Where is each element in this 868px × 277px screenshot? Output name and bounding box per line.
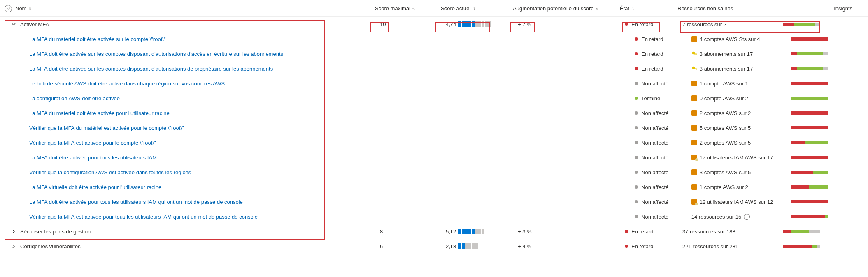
recommendation-link[interactable]: La MFA virtuelle doit être activée pour …: [29, 184, 161, 190]
health-bar-cell: [791, 37, 831, 41]
status-dot-icon: [635, 141, 638, 144]
status-dot-icon: [635, 67, 638, 70]
state-cell: Non affecté: [635, 81, 691, 87]
recommendation-link[interactable]: La MFA doit être activée sur les comptes…: [29, 66, 273, 72]
resources-cell: 0 compte AWS sur 2: [691, 95, 791, 102]
chevron-right-icon[interactable]: [9, 229, 18, 234]
health-bar: [783, 23, 820, 26]
aws-account-icon: [691, 125, 697, 131]
header-insights[interactable]: Insights: [834, 5, 852, 12]
sort-icon: ↑↓: [472, 6, 475, 11]
score-blocks: [458, 21, 491, 27]
resources-cell: 3 abonnements sur 17: [691, 51, 791, 57]
svg-rect-2: [696, 54, 697, 55]
group-row[interactable]: Sécuriser les ports de gestion85,12+ 3 %…: [0, 224, 868, 239]
recommendation-row[interactable]: La MFA doit être activée sur les comptes…: [0, 61, 868, 76]
table-header: Nom↑↓ Score maximal↑↓ Score actuel↑↓ Aug…: [0, 0, 868, 17]
resources-cell: 221 ressources sur 281: [682, 243, 783, 249]
recommendation-row[interactable]: Vérifier que la MFA du matériel est acti…: [0, 120, 868, 135]
recommendation-link[interactable]: Vérifier que la MFA du matériel est acti…: [29, 125, 184, 131]
recommendation-link[interactable]: Vérifier que la MFA est activée pour le …: [29, 140, 156, 146]
health-bar-cell: [791, 156, 831, 159]
health-bar-cell: [783, 230, 824, 233]
iam-users-icon: [691, 199, 697, 205]
health-bar: [791, 185, 828, 189]
current-score-cell: 2,18: [446, 243, 518, 249]
aws-account-icon: [691, 36, 697, 42]
health-bar-cell: [791, 171, 831, 174]
health-bar: [783, 245, 820, 248]
select-all-toggle[interactable]: [5, 5, 12, 12]
increase-cell: + 4 %: [518, 243, 625, 249]
health-bar-cell: [791, 111, 831, 115]
health-bar-cell: [783, 23, 824, 26]
group-row[interactable]: Corriger les vulnérabilités62,18+ 4 %En …: [0, 239, 868, 254]
main-scroll[interactable]: Nom↑↓ Score maximal↑↓ Score actuel↑↓ Aug…: [0, 0, 868, 277]
health-bar-cell: [791, 215, 831, 218]
state-cell: Non affecté: [635, 155, 691, 161]
recommendation-link[interactable]: Vérifier que la configuration AWS est ac…: [29, 169, 191, 175]
status-dot-icon: [635, 126, 638, 129]
sort-icon: ↑↓: [631, 6, 633, 11]
aws-account-icon: [691, 110, 697, 116]
recommendation-link[interactable]: La configuration AWS doit être activée: [29, 95, 120, 102]
info-icon[interactable]: i: [744, 214, 750, 220]
state-cell: Non affecté: [635, 140, 691, 146]
health-bar: [791, 126, 828, 129]
group-name: Activer MFA: [20, 21, 49, 28]
recommendation-link[interactable]: La MFA du matériel doit être activée pou…: [29, 110, 170, 116]
health-bar-cell: [791, 82, 831, 85]
sort-icon: ↑↓: [412, 7, 414, 11]
recommendation-link[interactable]: La MFA du matériel doit être activée sur…: [29, 36, 166, 42]
status-dot-icon: [635, 171, 638, 174]
key-icon: [691, 51, 697, 57]
header-name[interactable]: Nom: [15, 5, 26, 12]
status-dot-icon: [625, 230, 628, 233]
group-row[interactable]: Activer MFA104,74+ 7 %En retard7 ressour…: [0, 17, 868, 32]
header-unhealthy-resources[interactable]: Ressources non saines: [677, 5, 733, 12]
recommendation-row[interactable]: La MFA doit être activée pour tous les u…: [0, 194, 868, 209]
svg-rect-5: [696, 69, 697, 70]
recommendation-link[interactable]: La MFA doit être activée pour tous les u…: [29, 155, 157, 161]
health-bar-cell: [791, 97, 831, 100]
state-cell: En retard: [625, 243, 682, 249]
header-current-score[interactable]: Score actuel: [441, 5, 470, 12]
chevron-down-icon[interactable]: [9, 22, 18, 27]
aws-account-icon: [691, 184, 697, 190]
recommendation-link[interactable]: Vérifier que la MFA est activée pour tou…: [29, 214, 258, 220]
increase-cell: + 3 %: [518, 229, 625, 235]
current-score-cell: 5,12: [446, 229, 518, 235]
recommendation-row[interactable]: Vérifier que la MFA est activée pour le …: [0, 135, 868, 150]
health-bar: [791, 141, 828, 144]
recommendation-row[interactable]: La MFA du matériel doit être activée sur…: [0, 32, 868, 46]
recommendation-link[interactable]: Le hub de sécurité AWS doit être activé …: [29, 81, 225, 87]
resources-cell: 1 compte AWS sur 2: [691, 184, 791, 190]
health-bar-cell: [791, 200, 831, 203]
status-dot-icon: [635, 215, 638, 218]
recommendation-row[interactable]: La MFA doit être activée sur les comptes…: [0, 46, 868, 61]
health-bar-cell: [791, 52, 831, 55]
status-dot-icon: [625, 245, 628, 248]
recommendation-row[interactable]: Le hub de sécurité AWS doit être activé …: [0, 76, 868, 91]
recommendation-link[interactable]: La MFA doit être activée pour tous les u…: [29, 199, 243, 205]
recommendation-row[interactable]: La MFA du matériel doit être activée pou…: [0, 106, 868, 120]
recommendation-row[interactable]: La MFA virtuelle doit être activée pour …: [0, 180, 868, 194]
sort-icon: ↑↓: [28, 6, 30, 11]
state-cell: En retard: [635, 66, 691, 72]
state-cell: Non affecté: [635, 169, 691, 175]
header-max-score[interactable]: Score maximal: [375, 5, 410, 12]
header-state[interactable]: État: [620, 5, 629, 12]
chevron-right-icon[interactable]: [9, 244, 18, 249]
state-cell: En retard: [635, 51, 691, 57]
recommendation-row[interactable]: La configuration AWS doit être activéeTe…: [0, 91, 868, 106]
header-potential-increase[interactable]: Augmentation potentielle du score: [513, 5, 594, 12]
recommendation-row[interactable]: Vérifier que la configuration AWS est ac…: [0, 165, 868, 180]
group-name: Corriger les vulnérabilités: [20, 243, 81, 249]
aws-account-icon: [691, 140, 697, 145]
recommendation-row[interactable]: La MFA doit être activée pour tous les u…: [0, 150, 868, 165]
recommendation-row[interactable]: Vérifier que la MFA est activée pour tou…: [0, 209, 868, 224]
state-cell: En retard: [625, 21, 682, 28]
score-blocks: [458, 229, 484, 234]
recommendation-link[interactable]: La MFA doit être activée sur les comptes…: [29, 51, 283, 57]
resources-cell: 7 ressources sur 21: [682, 21, 783, 28]
